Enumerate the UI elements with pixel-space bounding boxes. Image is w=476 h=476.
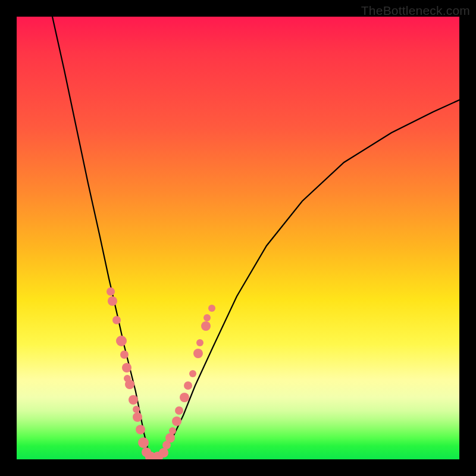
data-marker bbox=[175, 406, 183, 415]
plot-area bbox=[17, 17, 459, 459]
data-marker bbox=[169, 427, 176, 434]
data-marker bbox=[184, 381, 192, 390]
data-marker bbox=[125, 380, 134, 389]
data-marker bbox=[159, 448, 168, 458]
outer-frame: TheBottleneck.com bbox=[0, 0, 476, 476]
data-marker bbox=[172, 416, 181, 426]
data-marker bbox=[129, 395, 138, 405]
data-marker bbox=[133, 406, 140, 413]
data-marker bbox=[108, 296, 117, 306]
v-curve-line bbox=[52, 17, 459, 457]
data-marker bbox=[180, 393, 189, 402]
data-marker bbox=[122, 363, 131, 372]
data-marker bbox=[107, 287, 115, 296]
data-marker bbox=[201, 321, 211, 331]
data-marker bbox=[196, 339, 203, 346]
curve-markers bbox=[107, 287, 215, 459]
data-marker bbox=[138, 437, 149, 448]
data-marker bbox=[136, 425, 145, 434]
data-marker bbox=[203, 314, 211, 321]
data-marker bbox=[133, 412, 142, 422]
data-marker bbox=[120, 350, 129, 359]
watermark-text: TheBottleneck.com bbox=[361, 4, 470, 18]
chart-svg bbox=[17, 17, 459, 459]
data-marker bbox=[165, 433, 175, 443]
data-marker bbox=[193, 349, 203, 358]
data-marker bbox=[208, 305, 215, 312]
data-marker bbox=[112, 316, 121, 324]
data-marker bbox=[189, 370, 196, 377]
data-marker bbox=[116, 336, 127, 346]
